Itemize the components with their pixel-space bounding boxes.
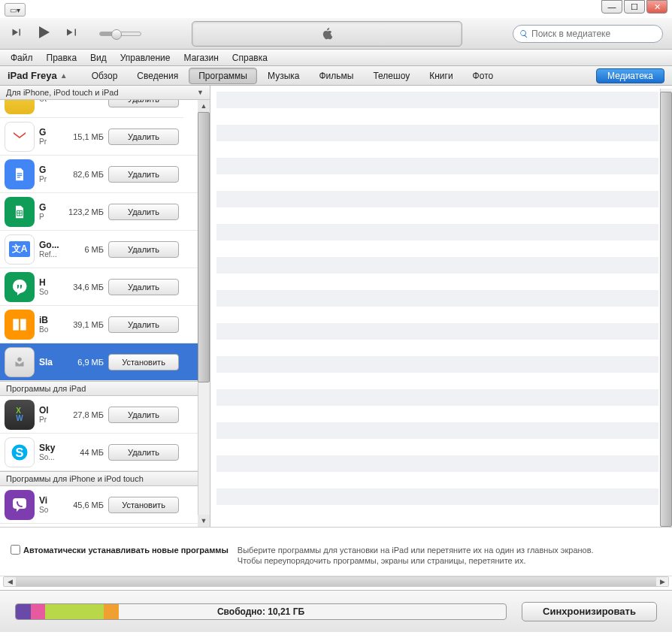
app-size: 44 МБ bbox=[60, 448, 104, 457]
capacity-segment bbox=[45, 604, 104, 619]
app-action-button[interactable]: Удалить bbox=[108, 128, 179, 145]
app-row[interactable]: 文A Go... Ref... 6 МБ Удалить bbox=[0, 231, 198, 268]
app-category: Pr bbox=[39, 138, 60, 146]
menu-file[interactable]: Файл bbox=[5, 51, 39, 65]
auto-install-checkbox-label[interactable]: Автоматически устанавливать новые програ… bbox=[11, 545, 229, 555]
app-icon bbox=[5, 310, 35, 340]
app-name: G bbox=[39, 127, 60, 138]
search-field[interactable] bbox=[513, 25, 663, 43]
app-row[interactable]: iB Bo 39,1 МБ Удалить bbox=[0, 306, 198, 343]
play-button[interactable] bbox=[35, 23, 53, 44]
menu-store[interactable]: Магазин bbox=[178, 51, 225, 65]
sidebar-scrollbar-thumb[interactable] bbox=[198, 112, 210, 382]
app-size: 6 МБ bbox=[60, 245, 104, 254]
capacity-segment bbox=[104, 604, 119, 619]
lcd-display bbox=[192, 21, 462, 47]
scroll-down-button[interactable]: ▼ bbox=[198, 515, 210, 527]
tab-music[interactable]: Музыка bbox=[259, 68, 308, 83]
app-row[interactable]: G P 123,2 МБ Удалить bbox=[0, 193, 198, 231]
app-name: iB bbox=[39, 315, 60, 325]
tab-books[interactable]: Книги bbox=[420, 68, 462, 83]
app-icon bbox=[5, 347, 35, 377]
app-action-button[interactable]: Удалить bbox=[108, 444, 179, 461]
app-info: Go... Ref... bbox=[39, 240, 60, 259]
scroll-up-button[interactable]: ▲ bbox=[198, 100, 210, 112]
maximize-button[interactable]: ☐ bbox=[624, 0, 645, 14]
menu-view[interactable]: Вид bbox=[84, 51, 113, 65]
app-category: So bbox=[39, 506, 60, 514]
app-action-button[interactable]: Удалить bbox=[108, 241, 179, 258]
app-category: Pr bbox=[39, 416, 60, 424]
app-category: Bo bbox=[39, 325, 60, 334]
hscroll-left-button[interactable]: ◀ bbox=[4, 577, 16, 586]
tab-overview[interactable]: Обзор bbox=[83, 68, 127, 83]
app-row[interactable]: Sla 6,9 МБ Установить bbox=[0, 343, 198, 381]
horizontal-scrollbar[interactable]: ◀ ▶ bbox=[3, 576, 669, 587]
app-info: G P bbox=[39, 202, 60, 221]
app-row[interactable]: S Sky So... 44 МБ Удалить bbox=[0, 434, 198, 471]
menu-controls[interactable]: Управление bbox=[114, 51, 177, 65]
app-icon bbox=[5, 122, 35, 152]
app-row[interactable]: G Pr 15,1 МБ Удалить bbox=[0, 118, 198, 156]
sync-button[interactable]: Синхронизировать bbox=[522, 602, 657, 621]
app-action-button[interactable]: Удалить bbox=[108, 100, 179, 107]
minimize-button[interactable]: — bbox=[601, 0, 622, 14]
tab-photos[interactable]: Фото bbox=[464, 68, 503, 83]
next-button[interactable] bbox=[65, 26, 78, 42]
app-name: G bbox=[39, 165, 60, 175]
apps-sidebar: Для iPhone, iPod touch и iPad▼ Ut Удалит… bbox=[0, 86, 210, 527]
app-size: 82,6 МБ bbox=[60, 170, 104, 179]
app-row[interactable]: Ut Удалить bbox=[0, 100, 183, 118]
tab-movies[interactable]: Фильмы bbox=[310, 68, 362, 83]
auto-install-checkbox[interactable] bbox=[11, 545, 20, 555]
search-icon bbox=[519, 29, 528, 38]
app-category: Ut bbox=[39, 100, 60, 103]
eject-icon[interactable]: ▲ bbox=[60, 71, 68, 80]
capacity-bar[interactable]: Свободно: 10,21 ГБ bbox=[15, 603, 507, 620]
volume-slider[interactable] bbox=[99, 32, 141, 36]
app-action-button[interactable]: Установить bbox=[108, 497, 179, 513]
app-name: Go... bbox=[39, 240, 60, 250]
hscroll-right-button[interactable]: ▶ bbox=[656, 577, 668, 586]
svg-point-6 bbox=[17, 357, 22, 361]
device-name[interactable]: iPad Freya ▲ bbox=[8, 70, 68, 81]
tab-tv[interactable]: Телешоу bbox=[364, 68, 419, 83]
menu-edit[interactable]: Правка bbox=[41, 51, 83, 65]
app-name: Sky bbox=[39, 443, 60, 453]
svg-rect-0 bbox=[17, 173, 23, 174]
previous-button[interactable] bbox=[9, 26, 23, 42]
app-category: P bbox=[39, 213, 60, 221]
app-row[interactable]: H So 34,6 МБ Удалить bbox=[0, 268, 198, 306]
app-category: Ref... bbox=[39, 250, 60, 259]
app-name: G bbox=[39, 202, 60, 213]
app-action-button[interactable]: Удалить bbox=[108, 166, 179, 183]
app-info: Sky So... bbox=[39, 443, 60, 461]
apps-category-dropdown[interactable]: Для iPhone, iPod touch и iPad▼ bbox=[0, 86, 210, 100]
app-info: G Pr bbox=[39, 165, 60, 183]
app-action-button[interactable]: Удалить bbox=[108, 407, 179, 423]
app-size: 6,9 МБ bbox=[60, 358, 104, 367]
library-button[interactable]: Медиатека bbox=[596, 68, 664, 83]
chevron-down-icon: ▼ bbox=[197, 89, 204, 96]
app-row[interactable]: G Pr 82,6 МБ Удалить bbox=[0, 156, 198, 193]
capacity-segment bbox=[31, 604, 46, 619]
app-icon: 文A bbox=[5, 234, 35, 265]
svg-text:S: S bbox=[16, 445, 24, 458]
app-row[interactable]: XW Ol Pr 27,8 МБ Удалить bbox=[0, 396, 198, 434]
search-input[interactable] bbox=[531, 29, 656, 39]
app-category: So... bbox=[39, 453, 60, 461]
hscroll-thumb[interactable] bbox=[16, 577, 656, 586]
app-info: G Pr bbox=[39, 127, 60, 146]
sidebar-scrollbar-track[interactable]: ▲ ▼ bbox=[198, 100, 210, 527]
app-action-button[interactable]: Установить bbox=[108, 354, 179, 370]
menu-help[interactable]: Справка bbox=[226, 51, 274, 65]
tab-apps[interactable]: Программы bbox=[189, 68, 257, 84]
app-row[interactable]: Vi So 45,6 МБ Установить bbox=[0, 486, 198, 524]
close-button[interactable]: ✕ bbox=[646, 0, 667, 14]
app-action-button[interactable]: Удалить bbox=[108, 204, 179, 220]
tab-info[interactable]: Сведения bbox=[128, 68, 187, 83]
app-action-button[interactable]: Удалить bbox=[108, 279, 179, 295]
app-action-button[interactable]: Удалить bbox=[108, 316, 179, 333]
preview-scrollbar-track[interactable] bbox=[660, 89, 672, 524]
preview-scrollbar-thumb[interactable] bbox=[660, 92, 672, 527]
